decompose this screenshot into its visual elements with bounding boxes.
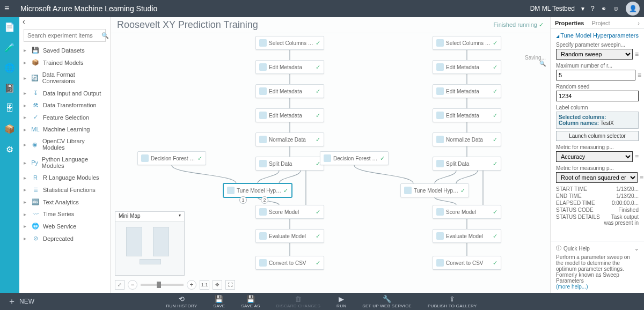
save-button[interactable]: 💾SAVE xyxy=(214,295,225,308)
team-icon[interactable]: ⚭ xyxy=(601,5,606,12)
pan-icon[interactable]: ✥ xyxy=(213,280,222,290)
zoom-slider[interactable] xyxy=(141,284,184,286)
sidebar-item[interactable]: ▸🛠Data Transformation xyxy=(19,99,110,111)
user-avatar[interactable]: 👤 xyxy=(626,2,640,16)
module-palette: ‹ 🔍 ▸💾Saved Datasets▸📦Trained Models▸🔄Da… xyxy=(19,17,111,293)
sidebar-item[interactable]: ▸🔤Text Analytics xyxy=(19,196,110,208)
fit-both-icon[interactable]: ⤢ xyxy=(115,280,125,290)
module-node[interactable]: Split Data✓ xyxy=(255,157,324,171)
output-port-label[interactable]: 1 xyxy=(239,196,247,204)
param-mode-options-icon[interactable]: ≡ xyxy=(635,50,639,58)
fullscreen-icon[interactable]: ⛶ xyxy=(225,280,235,290)
sidebar-item[interactable]: ▸🌐Web Service xyxy=(19,220,110,232)
settings-icon[interactable]: ⚙ xyxy=(3,143,16,156)
output-port-label[interactable]: 2 xyxy=(261,196,268,204)
module-node[interactable]: Convert to CSV✓ xyxy=(255,256,324,270)
zoom-out-button[interactable]: − xyxy=(128,280,137,290)
sidebar-item[interactable]: ▸RR Language Modules xyxy=(19,172,110,183)
max-runs-options-icon[interactable]: ≡ xyxy=(638,71,641,79)
module-node[interactable]: Select Columns in Dataset✓ xyxy=(433,36,501,50)
sidebar-item[interactable]: ▸〰Time Series xyxy=(19,208,110,220)
zoom-in-button[interactable]: + xyxy=(187,280,196,290)
launch-column-selector-button[interactable]: Launch column selector xyxy=(556,131,639,141)
run-button[interactable]: ▶RUN xyxy=(336,295,346,308)
datasets-icon[interactable]: 🗄 xyxy=(3,102,16,115)
sidebar-item[interactable]: ▸🔄Data Format Conversions xyxy=(19,69,110,87)
quick-help-header[interactable]: ⓘ Quick Help xyxy=(556,245,639,252)
experiments-icon[interactable]: 🧪 xyxy=(3,41,16,54)
module-node[interactable]: Tune Model Hyperparameters✓ xyxy=(223,183,292,197)
module-node[interactable]: Select Columns in Dataset✓ xyxy=(255,36,324,50)
module-node[interactable]: Evaluate Model✓ xyxy=(433,229,501,243)
sidebar-item[interactable]: ▸◉OpenCV Library Modules xyxy=(19,135,110,153)
sidebar-item[interactable]: ▸⊘Deprecated xyxy=(19,232,110,245)
module-node[interactable]: Edit Metadata✓ xyxy=(433,108,501,122)
metric2-select[interactable]: Root of mean squared er xyxy=(556,172,638,183)
module-node[interactable]: Split Data✓ xyxy=(433,157,501,171)
experiment-canvas[interactable]: Roosevelt XY Prediction Training Finishe… xyxy=(111,17,551,293)
feedback-icon[interactable]: ☺ xyxy=(613,5,619,12)
quick-help: ⓘ Quick Help Perform a parameter sweep o… xyxy=(551,241,644,293)
projects-icon[interactable]: 📄 xyxy=(3,20,16,33)
module-node[interactable]: Edit Metadata✓ xyxy=(255,60,324,74)
save-as-button[interactable]: 💾SAVE AS xyxy=(241,295,260,308)
sidebar-item[interactable]: ▸PyPython Language Modules xyxy=(19,153,110,172)
collapse-sidebar-icon[interactable]: ‹ xyxy=(19,17,110,27)
experiment-title[interactable]: Roosevelt XY Prediction Training xyxy=(117,19,494,31)
run-history-button[interactable]: ⟲RUN HISTORY xyxy=(166,295,197,308)
metric1-options-icon[interactable]: ≡ xyxy=(635,153,639,160)
more-help-link[interactable]: (more help...) xyxy=(556,284,588,290)
publish-gallery-button[interactable]: ⇪PUBLISH TO GALLERY xyxy=(428,295,477,308)
hamburger-icon[interactable]: ≡ xyxy=(4,4,15,13)
tab-properties[interactable]: Properties xyxy=(555,20,584,26)
minimap[interactable]: Mini Map xyxy=(115,211,185,276)
properties-panel: Properties Project › Tune Model Hyperpar… xyxy=(551,17,644,293)
discard-button[interactable]: 🗑DISCARD CHANGES xyxy=(276,295,320,308)
param-mode-label: Specify parameter sweepin... xyxy=(556,42,639,48)
experiment-status: Finished running ✓ xyxy=(494,21,544,28)
module-node[interactable]: Edit Metadata✓ xyxy=(433,60,501,74)
new-button[interactable]: ＋NEW xyxy=(0,296,42,307)
setup-web-service-button[interactable]: 🔧SET UP WEB SERVICE xyxy=(362,295,412,308)
module-node[interactable]: Decision Forest Regression✓ xyxy=(137,151,206,165)
module-node[interactable]: Tune Model Hyperparameters✓ xyxy=(400,183,469,197)
notebooks-icon[interactable]: 📓 xyxy=(3,82,16,94)
param-mode-select[interactable]: Random sweep xyxy=(556,49,633,60)
sidebar-item[interactable]: ▸✓Feature Selection xyxy=(19,111,110,123)
search-modules-input[interactable]: 🔍 xyxy=(24,29,106,42)
expand-panel-icon[interactable]: › xyxy=(638,20,640,26)
metric2-options-icon[interactable]: ≡ xyxy=(640,174,643,181)
module-node[interactable]: Score Model✓ xyxy=(255,205,324,219)
sidebar-item[interactable]: ▸≣Statistical Functions xyxy=(19,183,110,196)
module-node[interactable]: Normalize Data✓ xyxy=(433,132,501,146)
metric1-select[interactable]: Accuracy xyxy=(556,151,633,162)
properties-section-title[interactable]: Tune Model Hyperparameters xyxy=(556,32,639,39)
tab-project[interactable]: Project xyxy=(591,20,610,26)
module-node[interactable]: Edit Metadata✓ xyxy=(255,108,324,122)
module-node[interactable]: Decision Forest Regression✓ xyxy=(320,151,389,165)
seed-input[interactable] xyxy=(556,91,639,101)
sidebar-item[interactable]: ▸MLMachine Learning xyxy=(19,123,110,135)
workspace-name[interactable]: DM ML Testbed xyxy=(530,5,575,12)
sidebar-item[interactable]: ▸📦Trained Models xyxy=(19,56,110,69)
minimap-header[interactable]: Mini Map xyxy=(115,212,184,222)
module-node[interactable]: Normalize Data✓ xyxy=(255,132,324,146)
module-node[interactable]: Evaluate Model✓ xyxy=(255,229,324,243)
help-icon[interactable]: ? xyxy=(591,5,595,12)
metric2-label: Metric for measuring p... xyxy=(556,165,639,171)
web-services-icon[interactable]: 🌐 xyxy=(3,61,16,74)
saving-indicator: Saving...🔍 xyxy=(525,55,546,67)
max-runs-input[interactable] xyxy=(556,70,635,80)
sidebar-item[interactable]: ▸↧Data Input and Output xyxy=(19,87,110,99)
module-node[interactable]: Convert to CSV✓ xyxy=(433,256,501,270)
status-meta-row: START TIME1/13/20... xyxy=(556,186,639,192)
workspace-chevron-icon[interactable]: ▾ xyxy=(581,5,584,12)
zoom-actual-button[interactable]: 1:1 xyxy=(200,280,209,290)
sidebar-item[interactable]: ▸💾Saved Datasets xyxy=(19,44,110,56)
status-meta-row: STATUS CODEFinished xyxy=(556,207,639,213)
trained-models-icon[interactable]: 📦 xyxy=(3,122,16,135)
minimap-body[interactable] xyxy=(115,222,184,275)
module-node[interactable]: Score Model✓ xyxy=(433,205,501,219)
module-node[interactable]: Edit Metadata✓ xyxy=(255,84,324,98)
module-node[interactable]: Edit Metadata✓ xyxy=(433,84,501,98)
